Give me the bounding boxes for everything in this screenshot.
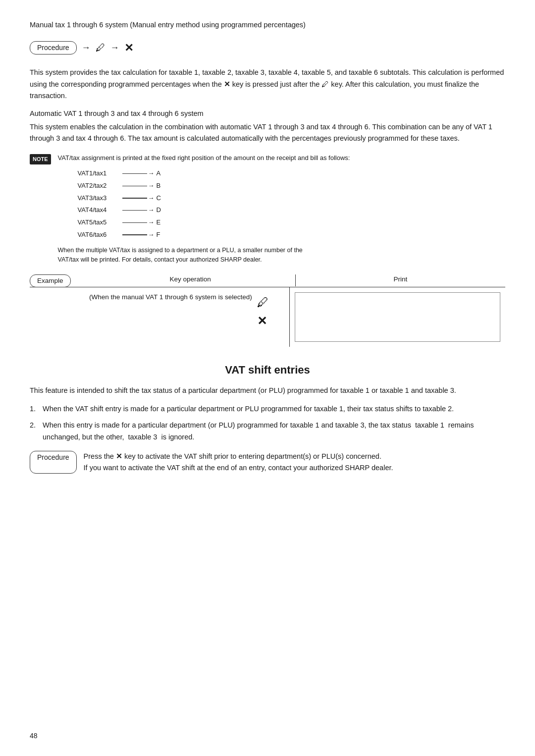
vat-row: VAT1/tax1 → A (78, 167, 350, 180)
body-text-1: This system provides the tax calculation… (30, 67, 505, 102)
list-item-2: 2. When this entry is made for a particu… (30, 420, 505, 442)
procedure-badge-2: Procedure (30, 451, 77, 474)
list-container: 1. When the VAT shift entry is made for … (30, 403, 505, 443)
example-spacer (30, 287, 89, 347)
vat-row: VAT2/tax2 → B (78, 180, 350, 192)
procedure-text: Press the ✕ key to activate the VAT shif… (84, 451, 505, 474)
procedure-row-2: Procedure Press the ✕ key to activate th… (30, 451, 505, 474)
note-text: VAT/tax assignment is printed at the fix… (58, 153, 350, 264)
example-header: Example Key operation Print (30, 274, 505, 287)
feature-text: This feature is intended to shift the ta… (30, 385, 505, 396)
arrow-2: → (110, 41, 119, 54)
example-key-text: (When the manual VAT 1 through 6 system … (89, 292, 252, 302)
note-box: NOTE VAT/tax assignment is printed at th… (30, 153, 505, 264)
list-text-1: When the VAT shift entry is made for a p… (43, 403, 454, 415)
procedure-text-2: If you want to activate the VAT shift at… (84, 462, 505, 474)
example-print-label: Print (296, 274, 505, 286)
x-key-icon-ex: ✕ (257, 312, 269, 330)
vat-table: VAT1/tax1 → A VAT2/tax2 → B VAT3/tax3 → … (78, 167, 350, 241)
list-num-1: 1. (30, 403, 39, 415)
note-label: NOTE (30, 154, 51, 164)
vat-row: VAT4/tax4 → D (78, 204, 350, 216)
note-footer-1: When the multiple VAT/tax is assigned to… (58, 246, 350, 265)
example-print-box (295, 292, 501, 342)
body-text-2: This system enables the calculation in t… (30, 121, 505, 144)
example-key-icons: 🖊 ✕ (257, 293, 269, 330)
list-text-2: When this entry is made for a particular… (43, 420, 505, 442)
vat-row: VAT6/tax6 → F (78, 229, 350, 241)
list-num-2: 2. (30, 420, 39, 442)
vat-row: VAT5/tax5 → E (78, 216, 350, 229)
example-badge: Example (30, 274, 71, 287)
example-key-op-label: Key operation (86, 274, 296, 286)
subheading-text: Automatic VAT 1 through 3 and tax 4 thro… (30, 108, 505, 119)
list-item-1: 1. When the VAT shift entry is made for … (30, 403, 505, 415)
example-key-content: (When the manual VAT 1 through 6 system … (89, 287, 290, 347)
arrow-1: → (82, 41, 91, 54)
intro-text: Manual tax 1 through 6 system (Manual en… (30, 20, 505, 31)
note-text-main: VAT/tax assignment is printed at the fix… (58, 154, 350, 162)
example-section: Example Key operation Print (When the ma… (30, 274, 505, 347)
procedure-text-1: Press the ✕ key to activate the VAT shif… (84, 451, 505, 462)
section-heading: VAT shift entries (30, 362, 505, 378)
subtotal-key-icon: 🖊 (96, 40, 106, 55)
procedure-badge-1: Procedure (30, 41, 77, 54)
subtotal-key-icon-ex: 🖊 (257, 293, 269, 311)
procedure-row-1: Procedure → 🖊 → ✕ (30, 40, 505, 56)
example-body: (When the manual VAT 1 through 6 system … (30, 287, 505, 347)
x-key-icon: ✕ (124, 40, 133, 56)
note-content: VAT/tax assignment is printed at the fix… (58, 153, 350, 264)
vat-row: VAT3/tax3 → C (78, 192, 350, 205)
